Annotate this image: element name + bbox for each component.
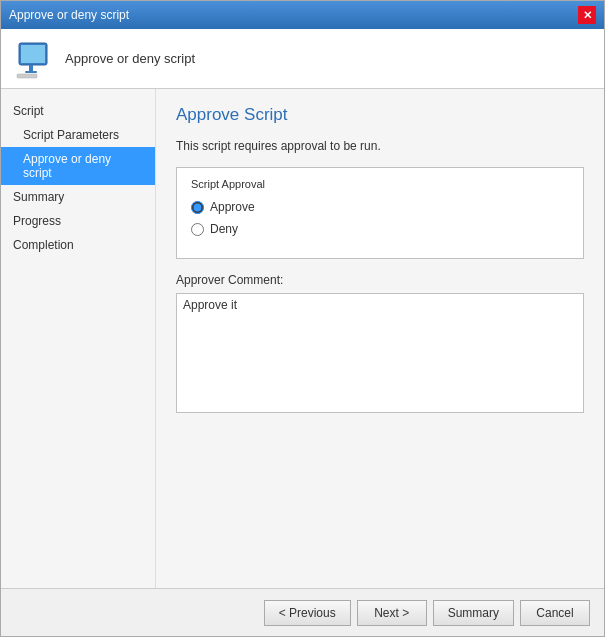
group-box-legend: Script Approval <box>191 178 569 190</box>
sidebar-item-script-parameters-label: Script Parameters <box>23 128 119 142</box>
sidebar-item-completion: Completion <box>1 233 155 257</box>
radio-deny-input[interactable] <box>191 223 204 236</box>
content-area: Script Script Parameters Approve or deny… <box>1 89 604 588</box>
description-text: This script requires approval to be run. <box>176 139 584 153</box>
footer-area: < Previous Next > Summary Cancel <box>1 588 604 636</box>
approver-comment-input[interactable]: Approve it <box>176 293 584 413</box>
close-button[interactable]: ✕ <box>578 6 596 24</box>
sidebar-item-progress: Progress <box>1 209 155 233</box>
computer-icon <box>15 39 55 79</box>
sidebar-item-script-label: Script <box>13 104 44 118</box>
sidebar-item-progress-label: Progress <box>13 214 61 228</box>
svg-rect-4 <box>17 74 37 78</box>
title-bar-controls: ✕ <box>578 6 596 24</box>
radio-approve-input[interactable] <box>191 201 204 214</box>
comment-label: Approver Comment: <box>176 273 584 287</box>
svg-rect-2 <box>29 65 33 71</box>
radio-deny-label: Deny <box>210 222 238 236</box>
cancel-button[interactable]: Cancel <box>520 600 590 626</box>
header-text: Approve or deny script <box>65 51 195 66</box>
sidebar-item-approve-deny-label: Approve or deny script <box>23 152 111 180</box>
sidebar: Script Script Parameters Approve or deny… <box>1 89 156 588</box>
radio-approve-label: Approve <box>210 200 255 214</box>
main-content-area: Approve Script This script requires appr… <box>156 89 604 588</box>
svg-rect-1 <box>21 45 45 63</box>
radio-deny-option[interactable]: Deny <box>191 222 569 236</box>
page-title: Approve Script <box>176 105 584 125</box>
next-button[interactable]: Next > <box>357 600 427 626</box>
summary-button[interactable]: Summary <box>433 600 514 626</box>
script-approval-group: Script Approval Approve Deny <box>176 167 584 259</box>
radio-approve-option[interactable]: Approve <box>191 200 569 214</box>
svg-rect-3 <box>25 71 37 73</box>
sidebar-item-completion-label: Completion <box>13 238 74 252</box>
window-title: Approve or deny script <box>9 8 129 22</box>
header-area: Approve or deny script <box>1 29 604 89</box>
sidebar-item-script[interactable]: Script <box>1 99 155 123</box>
sidebar-item-summary-label: Summary <box>13 190 64 204</box>
sidebar-item-script-parameters[interactable]: Script Parameters <box>1 123 155 147</box>
sidebar-item-summary[interactable]: Summary <box>1 185 155 209</box>
main-window: Approve or deny script ✕ Approve or deny… <box>0 0 605 637</box>
title-bar: Approve or deny script ✕ <box>1 1 604 29</box>
previous-button[interactable]: < Previous <box>264 600 351 626</box>
sidebar-item-approve-deny[interactable]: Approve or deny script <box>1 147 155 185</box>
